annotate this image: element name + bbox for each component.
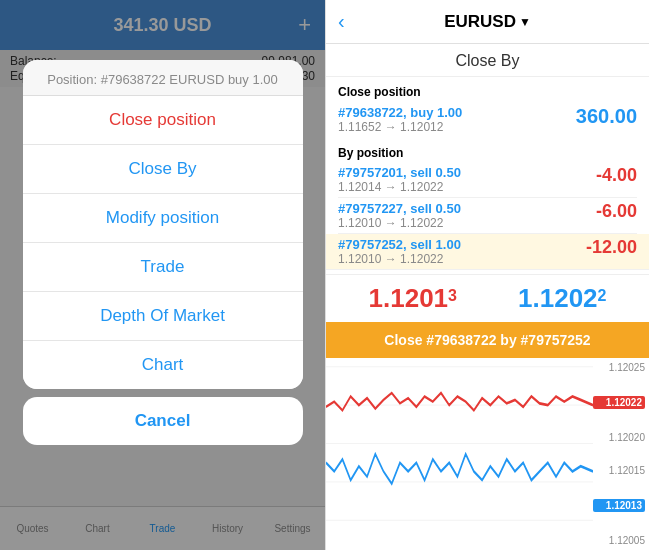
right-header: ‹ EURUSD ▼: [326, 0, 649, 44]
chart-label-1: 1.12025: [593, 362, 645, 373]
position-row-0[interactable]: #79757201, sell 0.50 1.12014 → 1.12022 -…: [338, 162, 637, 198]
modal-position-label: Position: #79638722 EURUSD buy 1.00: [23, 60, 303, 96]
close-position-section: Close position #79638722, buy 1.00 1.116…: [326, 77, 649, 142]
close-position-info: #79638722, buy 1.00 1.11652 → 1.12012: [338, 105, 462, 134]
position-1-detail: 1.12010 → 1.12022: [338, 216, 461, 230]
chart-labels: 1.12025 1.12022 1.12020 1.12015 1.12013 …: [593, 358, 645, 550]
close-by-button[interactable]: Close #79638722 by #79757252: [326, 322, 649, 358]
close-by-item[interactable]: Close By: [23, 145, 303, 194]
position-0-detail: 1.12014 → 1.12022: [338, 180, 461, 194]
ask-price-digits: 02: [569, 283, 598, 313]
action-modal: Position: #79638722 EURUSD buy 1.00 Clos…: [23, 60, 303, 389]
close-position-item[interactable]: Close position: [23, 96, 303, 145]
left-panel: 341.30 USD + Balance: 99 981.00 Equity: …: [0, 0, 325, 550]
bid-price-large: 1.12: [369, 283, 420, 313]
close-position-detail: 1.11652 → 1.12012: [338, 120, 462, 134]
position-0-value: -4.00: [596, 165, 637, 186]
chart-label-2: 1.12020: [593, 432, 645, 443]
position-row-1[interactable]: #79757227, sell 0.50 1.12010 → 1.12022 -…: [338, 198, 637, 234]
by-position-label: By position: [338, 146, 637, 160]
close-position-row: #79638722, buy 1.00 1.11652 → 1.12012 36…: [338, 101, 637, 138]
trade-item[interactable]: Trade: [23, 243, 303, 292]
ask-price-large: 1.12: [518, 283, 569, 313]
chart-area: 1.12025 1.12022 1.12020 1.12015 1.12013 …: [326, 358, 649, 550]
position-1-info: #79757227, sell 0.50 1.12010 → 1.12022: [338, 201, 461, 230]
position-0-id: #79757201, sell 0.50: [338, 165, 461, 180]
symbol-title: EURUSD: [444, 12, 516, 32]
close-position-id: #79638722, buy 1.00: [338, 105, 462, 120]
bid-price: 1.12013: [369, 283, 457, 314]
back-icon[interactable]: ‹: [338, 10, 345, 33]
modify-position-item[interactable]: Modify position: [23, 194, 303, 243]
close-position-value: 360.00: [576, 105, 637, 128]
depth-of-market-item[interactable]: Depth Of Market: [23, 292, 303, 341]
cancel-button[interactable]: Cancel: [23, 397, 303, 445]
by-position-section: By position #79757201, sell 0.50 1.12014…: [326, 142, 649, 274]
position-1-value: -6.00: [596, 201, 637, 222]
modal-overlay: Position: #79638722 EURUSD buy 1.00 Clos…: [0, 0, 325, 550]
position-2-info: #79757252, sell 1.00 1.12010 → 1.12022: [338, 237, 461, 266]
ask-price: 1.12022: [518, 283, 606, 314]
position-2-id: #79757252, sell 1.00: [338, 237, 461, 252]
position-2-detail: 1.12010 → 1.12022: [338, 252, 461, 266]
chart-label-red: 1.12022: [593, 396, 645, 409]
chart-label-4: 1.12005: [593, 535, 645, 546]
chevron-down-icon[interactable]: ▼: [519, 15, 531, 29]
position-1-id: #79757227, sell 0.50: [338, 201, 461, 216]
position-row-2[interactable]: #79757252, sell 1.00 1.12010 → 1.12022 -…: [326, 234, 649, 270]
ask-price-super: 2: [598, 287, 607, 304]
chart-label-blue: 1.12013: [593, 499, 645, 512]
close-position-label: Close position: [338, 85, 637, 99]
bid-price-digits: 01: [419, 283, 448, 313]
close-by-subtitle: Close By: [326, 44, 649, 77]
position-2-value: -12.00: [586, 237, 637, 258]
chart-svg: [326, 358, 593, 550]
position-0-info: #79757201, sell 0.50 1.12014 → 1.12022: [338, 165, 461, 194]
chart-label-3: 1.12015: [593, 465, 645, 476]
right-panel: ‹ EURUSD ▼ Close By Close position #7963…: [325, 0, 649, 550]
bid-price-super: 3: [448, 287, 457, 304]
chart-item[interactable]: Chart: [23, 341, 303, 389]
price-display: 1.12013 1.12022: [326, 274, 649, 322]
